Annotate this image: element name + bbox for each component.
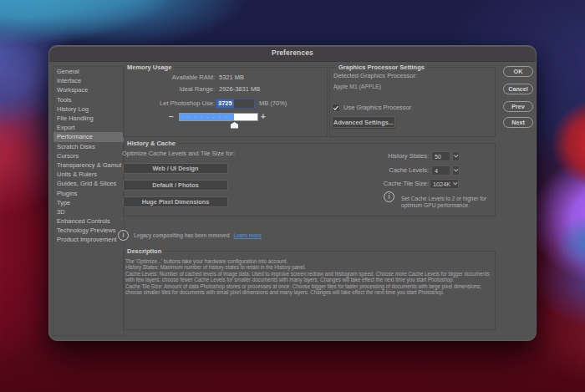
sidebar-item-tools[interactable]: Tools [53,95,124,104]
sidebar-item-3d[interactable]: 3D [53,207,124,216]
history-states-dropdown-button[interactable] [452,151,460,161]
history-states-label: History States: [274,152,429,160]
detected-gpu-value: Apple M1 (APPLE) [333,83,381,91]
ideal-range-label: Ideal Range: [124,85,215,94]
history-cache-group: History & Cache Optimize Cache Levels an… [123,143,496,216]
checkmark-icon [333,104,338,110]
optimize-label: Optimize Cache Levels and Tile Size for: [122,150,235,158]
sidebar-item-scratch-disks[interactable]: Scratch Disks [53,142,124,151]
description-line-3: Cache Levels: Number of cached levels of… [125,271,493,277]
sidebar-item-performance[interactable]: Performance [53,132,124,141]
sidebar-item-units-rulers[interactable]: Units & Rulers [53,170,124,179]
ram-slider-thumb[interactable] [231,122,238,129]
use-gpu-label: Use Graphics Processor [343,104,411,112]
description-line-1: The 'Optimize...' buttons take your hard… [125,258,493,264]
cache-levels-value[interactable]: 4 [431,165,450,176]
cancel-button[interactable]: Cancel [503,84,533,94]
description-legend: Description [125,247,164,255]
sidebar-item-transparency-gamut[interactable]: Transparency & Gamut [53,160,124,170]
preset-web-ui-design-button[interactable]: Web / UI Design [123,163,228,174]
cache-levels-label: Cache Levels: [274,166,429,175]
memory-usage-legend: Memory Usage [125,64,174,71]
let-photoshop-use-label: Let Photoshop Use: [124,99,215,108]
sidebar-item-workspace[interactable]: Workspace [53,85,124,94]
legacy-compositing-note: i Legacy compositing has been removed Le… [118,229,262,241]
info-icon: i [118,230,129,241]
desktop-background: Preferences GeneralInterfaceWorkspaceToo… [0,0,585,392]
description-group: Description The 'Optimize...' buttons ta… [123,251,496,330]
sidebar-item-product-improvement[interactable]: Product Improvement [53,235,124,244]
sidebar-item-export[interactable]: Export [53,123,124,132]
window-titlebar[interactable]: Preferences [49,46,536,62]
chevron-down-icon [453,181,457,185]
sidebar-item-plugins[interactable]: Plugins [53,188,124,197]
legacy-compositing-text: Legacy compositing has been removed [134,232,229,238]
preferences-category-list: GeneralInterfaceWorkspaceToolsHistory Lo… [53,66,125,336]
cache-levels-dropdown-button[interactable] [452,165,460,176]
gpu-cache-note-line2: optimum GPU performance. [401,202,486,209]
history-cache-legend: History & Cache [125,140,178,147]
description-line-4: with few layers; choose fewer Cache Leve… [125,277,493,283]
ram-slider-fill [180,114,234,120]
sidebar-item-interface[interactable]: Interface [53,76,124,85]
ram-amount-suffix: MB (70%) [259,99,287,108]
window-title: Preferences [272,48,313,57]
cache-tile-size-dropdown[interactable]: 1024K [430,179,459,189]
preset-default-photos-button[interactable]: Default / Photos [123,180,228,191]
ram-amount-input[interactable]: 3725 [216,99,255,109]
chevron-down-icon [454,153,458,157]
prev-button[interactable]: Prev [503,101,533,112]
sidebar-item-type[interactable]: Type [53,198,124,207]
description-line-2: History States: Maximum number of histor… [125,264,493,270]
advanced-settings-button[interactable]: Advanced Settings... [332,116,395,128]
chevron-down-icon [454,167,458,171]
preset-huge-pixel-dimensions-button[interactable]: Huge Pixel Dimensions [123,196,228,207]
ideal-range-value: 2926-3831 MB [219,85,260,94]
sidebar-item-general[interactable]: General [53,67,124,76]
ram-slider-decrease-button[interactable]: − [165,112,177,122]
description-text: The 'Optimize...' buttons take your hard… [125,258,493,295]
ok-button[interactable]: OK [503,66,533,77]
cache-tile-size-label: Cache Tile Size: [274,180,429,188]
sidebar-item-technology-previews[interactable]: Technology Previews [53,226,124,235]
use-gpu-checkbox[interactable] [332,104,340,112]
cache-tile-size-value: 1024K [433,181,450,188]
available-ram-label: Available RAM: [124,74,215,82]
graphics-processor-group: Graphics Processor Settings Detected Gra… [329,67,496,137]
ram-slider-track[interactable] [179,113,258,121]
ram-slider-ticks [182,117,232,118]
next-button[interactable]: Next [503,117,533,128]
detected-gpu-label: Detected Graphics Processor: [333,72,417,80]
sidebar-item-enhanced-controls[interactable]: Enhanced Controls [53,216,124,226]
ram-slider-increase-button[interactable]: + [257,112,269,122]
gpu-cache-note: Set Cache Levels to 2 or higher for opti… [401,196,486,209]
description-line-5: Cache Tile Size: Amount of data Photosho… [125,283,493,289]
history-states-value[interactable]: 50 [431,151,450,161]
description-line-6: choose smaller tiles for documents with … [125,289,493,295]
info-icon: i [384,191,394,202]
preferences-dialog: Preferences GeneralInterfaceWorkspaceToo… [48,45,537,341]
sidebar-item-guides-grid-slices[interactable]: Guides, Grid & Slices [53,179,124,188]
graphics-processor-legend: Graphics Processor Settings [336,64,427,71]
memory-usage-group: Memory Usage Available RAM: 5321 MB Idea… [123,67,328,137]
ram-amount-value: 3725 [216,99,234,108]
available-ram-value: 5321 MB [219,74,244,82]
gpu-cache-note-line1: Set Cache Levels to 2 or higher for [401,196,486,202]
sidebar-item-cursors[interactable]: Cursors [53,151,124,160]
learn-more-link[interactable]: Learn more [233,232,261,238]
sidebar-item-history-log[interactable]: History Log [53,104,124,114]
sidebar-item-file-handling[interactable]: File Handling [53,114,124,123]
